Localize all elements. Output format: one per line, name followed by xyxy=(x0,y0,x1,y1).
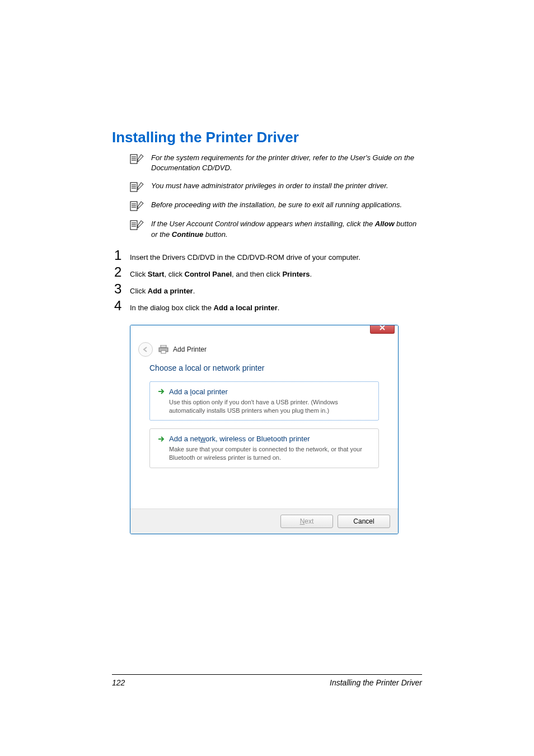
option-add-network-printer[interactable]: Add a network, wireless or Bluetooth pri… xyxy=(149,428,379,468)
note-icon xyxy=(130,201,144,211)
add-printer-dialog: Add Printer Choose a local or network pr… xyxy=(130,325,399,534)
dialog-header-label: Add Printer xyxy=(173,346,207,353)
step-text: Insert the Drivers CD/DVD in the CD/DVD-… xyxy=(130,253,360,263)
back-button[interactable] xyxy=(138,342,153,357)
cancel-button[interactable]: Cancel xyxy=(338,515,390,528)
page-footer: 122 Installing the Printer Driver xyxy=(112,674,422,687)
printer-icon xyxy=(158,345,168,354)
svg-rect-18 xyxy=(161,345,166,348)
step-text: In the dialog box click the Add a local … xyxy=(130,303,279,313)
next-button[interactable]: Next xyxy=(280,515,333,528)
note-icon xyxy=(130,220,144,230)
step-4: 4 In the dialog box click the Add a loca… xyxy=(114,298,422,314)
page-heading: Installing the Printer Driver xyxy=(112,129,422,146)
dialog-footer: Next Cancel xyxy=(130,508,398,534)
note-2: You must have administrator privileges i… xyxy=(130,181,422,192)
note-icon xyxy=(130,154,144,164)
step-2: 2 Click Start, click Control Panel, and … xyxy=(114,264,422,280)
option-description: Use this option only if you don't have a… xyxy=(169,398,371,415)
note-text: You must have administrator privileges i… xyxy=(151,181,388,191)
dialog-titlebar xyxy=(130,325,398,338)
svg-rect-8 xyxy=(130,202,137,211)
svg-rect-0 xyxy=(130,155,137,164)
option-label: Add a local printer xyxy=(169,388,228,396)
dialog-header: Add Printer xyxy=(130,338,398,360)
note-4: If the User Account Control window appea… xyxy=(130,219,422,239)
arrow-right-icon xyxy=(158,389,165,394)
back-arrow-icon xyxy=(142,346,149,353)
option-label: Add a network, wireless or Bluetooth pri… xyxy=(169,435,310,443)
footer-title: Installing the Printer Driver xyxy=(330,678,422,687)
option-description: Make sure that your computer is connecte… xyxy=(169,445,371,462)
note-1: For the system requirements for the prin… xyxy=(130,153,422,173)
step-number: 2 xyxy=(114,264,130,280)
note-text: For the system requirements for the prin… xyxy=(151,153,422,173)
svg-rect-4 xyxy=(130,183,137,192)
arrow-right-icon xyxy=(158,436,165,442)
step-3: 3 Click Add a printer. xyxy=(114,281,422,297)
dialog-title: Choose a local or network printer xyxy=(149,363,379,372)
note-icon xyxy=(130,182,144,192)
close-button[interactable] xyxy=(370,325,395,334)
note-text: If the User Account Control window appea… xyxy=(151,219,422,239)
note-3: Before proceeding with the installation,… xyxy=(130,200,422,211)
page-number: 122 xyxy=(112,678,125,687)
step-text: Click Add a printer. xyxy=(130,286,195,296)
step-text: Click Start, click Control Panel, and th… xyxy=(130,269,312,279)
step-1: 1 Insert the Drivers CD/DVD in the CD/DV… xyxy=(114,248,422,263)
option-add-local-printer[interactable]: Add a local printer Use this option only… xyxy=(149,381,379,421)
step-number: 1 xyxy=(114,248,130,263)
close-icon xyxy=(379,325,386,330)
svg-rect-12 xyxy=(130,221,137,230)
svg-rect-20 xyxy=(161,351,166,353)
note-text: Before proceeding with the installation,… xyxy=(151,200,402,210)
step-number: 3 xyxy=(114,281,130,297)
step-number: 4 xyxy=(114,298,130,314)
